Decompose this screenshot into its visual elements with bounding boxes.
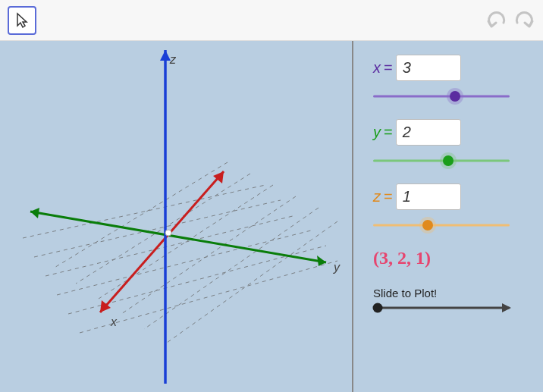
undo-icon bbox=[485, 9, 508, 29]
svg-line-6 bbox=[53, 162, 228, 268]
z-value-input[interactable]: 1 bbox=[396, 183, 461, 210]
svg-marker-14 bbox=[30, 208, 39, 218]
redo-button[interactable] bbox=[513, 9, 535, 32]
svg-marker-21 bbox=[502, 303, 511, 312]
3d-view[interactable]: z y x bbox=[0, 41, 353, 392]
z-eq: = bbox=[384, 188, 393, 205]
x-row: x = 3 bbox=[373, 55, 526, 81]
plot-slider[interactable] bbox=[373, 301, 510, 315]
svg-line-2 bbox=[46, 215, 296, 276]
x-eq: = bbox=[384, 59, 393, 77]
x-slider[interactable] bbox=[373, 87, 510, 105]
pointer-tool-button[interactable] bbox=[8, 6, 36, 35]
y-axis-label: y bbox=[334, 261, 340, 274]
z-label: z bbox=[373, 188, 381, 205]
x-label: x bbox=[373, 59, 381, 77]
redo-icon bbox=[513, 9, 535, 29]
y-eq: = bbox=[384, 124, 393, 141]
plot-slider-label: Slide to Plot! bbox=[373, 287, 526, 299]
svg-point-20 bbox=[165, 230, 171, 236]
y-label: y bbox=[373, 124, 381, 141]
y-row: y = 2 bbox=[373, 119, 526, 146]
svg-line-3 bbox=[57, 230, 311, 295]
z-slider[interactable] bbox=[373, 216, 510, 234]
toolbar bbox=[0, 0, 543, 41]
x-value-input[interactable]: 3 bbox=[396, 55, 461, 81]
main: z y x x = 3 y = 2 z = 1 bbox=[0, 41, 543, 392]
x-axis-label: x bbox=[111, 315, 117, 329]
svg-marker-19 bbox=[160, 50, 171, 61]
svg-line-5 bbox=[80, 261, 337, 333]
z-axis-label: z bbox=[170, 53, 176, 67]
cursor-icon bbox=[15, 12, 29, 29]
axes-plot bbox=[0, 41, 353, 392]
controls-panel: x = 3 y = 2 z = 1 ( bbox=[353, 41, 543, 392]
undo-button[interactable] bbox=[485, 9, 508, 32]
z-row: z = 1 bbox=[373, 183, 526, 210]
svg-marker-13 bbox=[317, 256, 326, 266]
y-value-input[interactable]: 2 bbox=[396, 119, 461, 146]
svg-line-7 bbox=[76, 174, 250, 284]
arrow-right-icon bbox=[502, 303, 511, 312]
y-slider[interactable] bbox=[373, 152, 510, 170]
svg-line-9 bbox=[121, 196, 296, 314]
point-readout: (3, 2, 1) bbox=[373, 248, 526, 268]
